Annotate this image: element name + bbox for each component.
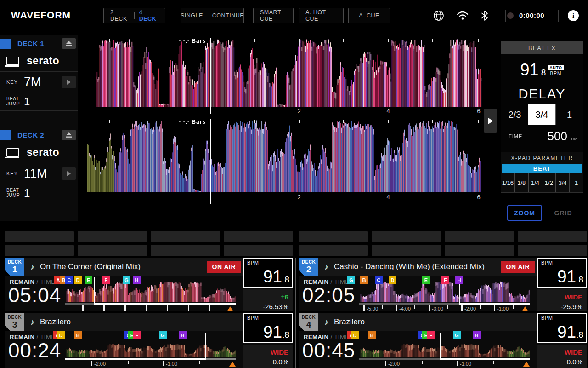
progress-bar[interactable]	[65, 358, 236, 360]
time-tick	[480, 305, 481, 309]
hot-cue-F[interactable]: F	[427, 331, 435, 339]
toggle-single[interactable]: SINGLE	[181, 12, 203, 19]
zoom-button[interactable]: ZOOM	[507, 205, 542, 221]
hot-cue-D[interactable]: D	[389, 276, 396, 284]
waveform-next-button[interactable]	[484, 109, 497, 133]
key-value: 11M	[24, 167, 47, 181]
hot-cue-C[interactable]: C	[375, 276, 383, 284]
x-pad-fraction[interactable]: 1/16	[501, 173, 514, 192]
deck2-zoom-waveform[interactable]: - -.- Bars 246	[78, 120, 501, 200]
source-row[interactable]: serato	[0, 142, 78, 163]
hot-cue-G[interactable]: G	[347, 276, 355, 284]
deck-count-toggle[interactable]: 2 DECK 4 DECK	[103, 8, 165, 23]
deck-number-badge[interactable]: DECK4	[299, 313, 318, 331]
auto-hot-cue-button[interactable]: A. HOT CUE	[299, 8, 344, 23]
globe-icon[interactable]	[432, 9, 445, 22]
deck-panel-2[interactable]: DECK2 ♪ Cashio - Dancing (With Me) (Exte…	[299, 258, 587, 311]
performance-pad[interactable]	[445, 245, 514, 256]
hot-cue-B[interactable]: B	[74, 331, 82, 339]
performance-pad[interactable]	[372, 245, 441, 256]
hot-cue-D[interactable]: D	[57, 331, 65, 339]
smart-cue-button[interactable]: SMART CUE	[253, 8, 294, 23]
auto-bpm-badge[interactable]: AUTO	[548, 65, 564, 70]
eject-button[interactable]	[62, 130, 76, 140]
info-icon[interactable]: i	[568, 10, 579, 21]
performance-pad[interactable]	[78, 231, 147, 242]
hot-cue-B[interactable]: B	[360, 276, 368, 284]
time-tick	[513, 305, 514, 309]
hot-cue-E[interactable]: E	[422, 276, 430, 284]
fx-name[interactable]: DELAY	[501, 84, 583, 104]
progress-bar[interactable]	[359, 358, 530, 360]
deck-panel-4[interactable]: DECK4 ♪ Brazilero BPM 91.8 WIDE 0.0% REM…	[299, 313, 587, 368]
hot-cue-H[interactable]: H	[179, 331, 187, 339]
record-indicator[interactable]	[507, 12, 514, 19]
source-row[interactable]: serato	[0, 51, 78, 72]
key-shift-button[interactable]	[62, 167, 76, 180]
deck-number-badge[interactable]: DECK1	[5, 258, 24, 276]
key-shift-button[interactable]	[62, 76, 76, 88]
time-tick	[146, 305, 147, 311]
hot-cue-H[interactable]: H	[133, 276, 141, 284]
x-pad-fraction[interactable]: 1/8	[514, 173, 528, 192]
hot-cue-G[interactable]: G	[123, 276, 130, 284]
toggle-2deck[interactable]: 2 DECK	[110, 9, 130, 22]
play-mode-toggle[interactable]: SINGLE CONTINUE	[181, 8, 244, 23]
fx-beat-option[interactable]: 2/3	[501, 104, 528, 125]
deck-number-badge[interactable]: DECK2	[299, 258, 318, 276]
hot-cue-markers: ADBCEFGH	[5, 331, 293, 339]
performance-pad[interactable]	[518, 245, 587, 256]
performance-pad[interactable]	[5, 231, 74, 242]
performance-pad[interactable]	[5, 245, 74, 256]
hot-cue-F[interactable]: F	[102, 276, 110, 284]
time-tick-label: -2:00	[388, 361, 400, 367]
end-warning-triangle	[522, 306, 528, 311]
x-pad-fraction[interactable]: 1	[569, 173, 583, 192]
hot-cue-D[interactable]: D	[74, 276, 82, 284]
performance-pad[interactable]	[78, 245, 147, 256]
hot-cue-F[interactable]: F	[133, 331, 141, 339]
performance-pad[interactable]	[372, 231, 441, 242]
hot-cue-G[interactable]: G	[453, 331, 461, 339]
remain-time: 05:04	[8, 284, 61, 307]
deck-panel-3[interactable]: DECK3 ♪ Brazilero BPM 91.8 WIDE 0.0% REM…	[5, 313, 293, 368]
x-pad-mode-beat[interactable]: BEAT	[502, 164, 582, 173]
fx-beat-option-selected[interactable]: 3/4	[528, 104, 555, 125]
deck-number-badge[interactable]: DECK3	[5, 313, 24, 331]
fx-beat-option[interactable]: 1	[555, 104, 583, 125]
performance-pad[interactable]	[445, 231, 514, 242]
progress-bar[interactable]	[65, 303, 236, 305]
deck-panel-1[interactable]: DECK1 ♪ On The Corner (Original Mix) ON …	[5, 258, 293, 311]
toggle-4deck[interactable]: 4 DECK	[139, 9, 158, 22]
x-pad-fraction[interactable]: 1/4	[528, 173, 542, 192]
hot-cue-H[interactable]: H	[455, 276, 463, 284]
eject-button[interactable]	[62, 38, 76, 49]
deck1-waveform-canvas[interactable]	[78, 39, 501, 107]
deck1-zoom-waveform[interactable]: - -.- Bars 246	[78, 39, 501, 114]
beat-tick	[388, 120, 389, 123]
hot-cue-B[interactable]: B	[368, 331, 376, 339]
hot-cue-D[interactable]: D	[351, 331, 359, 339]
x-pad-fraction[interactable]: 3/4	[555, 173, 569, 192]
hot-cue-G[interactable]: G	[159, 331, 167, 339]
performance-pad[interactable]	[224, 231, 293, 242]
grid-button[interactable]: GRID	[548, 205, 578, 221]
bluetooth-icon[interactable]	[478, 9, 491, 22]
performance-pad[interactable]	[151, 231, 220, 242]
hot-cue-E[interactable]: E	[85, 276, 92, 284]
wifi-icon[interactable]	[456, 9, 469, 22]
hot-cue-H[interactable]: H	[473, 331, 481, 339]
progress-bar[interactable]	[359, 303, 530, 305]
x-pad-fraction[interactable]: 1/2	[542, 173, 555, 192]
performance-pad[interactable]	[151, 245, 220, 256]
toggle-continue[interactable]: CONTINUE	[212, 12, 244, 19]
auto-cue-button[interactable]: A. CUE	[348, 8, 390, 23]
performance-pad[interactable]	[224, 245, 293, 256]
hot-cue-F[interactable]: F	[441, 276, 449, 284]
hot-cue-C[interactable]: C	[65, 276, 73, 284]
time-tick	[385, 361, 386, 366]
performance-pad[interactable]	[518, 231, 587, 242]
performance-pad[interactable]	[299, 245, 368, 256]
performance-pad[interactable]	[299, 231, 368, 242]
deck2-waveform-canvas[interactable]	[78, 120, 501, 192]
